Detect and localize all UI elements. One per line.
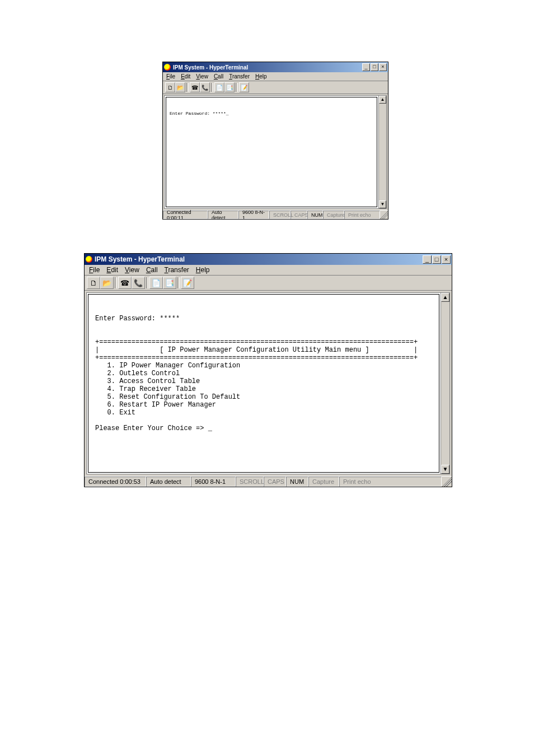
menu-view[interactable]: View	[196, 73, 208, 80]
toolbar-separator	[236, 83, 238, 92]
status-connected: Connected 0:00:11	[163, 211, 208, 219]
maximize-button[interactable]: □	[432, 255, 441, 264]
line: Enter Password: *****	[95, 315, 180, 323]
resize-grip-icon[interactable]	[380, 211, 388, 219]
status-caps: CAPS	[264, 477, 286, 487]
menu-transfer[interactable]: Transfer	[229, 73, 250, 80]
new-icon[interactable]: 🗋	[87, 277, 100, 289]
open-icon[interactable]: 📂	[175, 82, 185, 92]
menu-transfer[interactable]: Transfer	[165, 266, 189, 274]
client-area: Enter Password: *****_ ▲ ▼	[164, 95, 387, 209]
close-button[interactable]: ×	[442, 255, 451, 264]
menubar: File Edit View Call Transfer Help	[163, 72, 388, 81]
menu-help[interactable]: Help	[196, 266, 210, 274]
status-scroll: SCROLL	[236, 477, 264, 487]
toolbar-separator	[177, 277, 180, 288]
hangup-icon[interactable]: 📞	[132, 277, 145, 289]
statusbar: Connected 0:00:53 Auto detect 9600 8-N-1…	[85, 476, 452, 487]
toolbar: 🗋 📂 ☎ 📞 📄 📑 📝	[163, 81, 388, 94]
call-icon[interactable]: ☎	[190, 82, 200, 92]
toolbar-separator	[115, 277, 117, 288]
prompt: Please Enter Your Choice => _	[95, 424, 212, 432]
window-title: IPM System - HyperTerminal	[173, 64, 248, 71]
vertical-scrollbar[interactable]: ▲ ▼	[441, 293, 449, 474]
menu-file[interactable]: File	[166, 73, 175, 80]
toolbar: 🗋 📂 ☎ 📞 📄 📑 📝	[85, 276, 452, 291]
status-echo: Print echo	[344, 211, 380, 219]
window-controls: _ □ ×	[362, 63, 387, 71]
status-detect: Auto detect	[146, 477, 191, 487]
menubar: File Edit View Call Transfer Help	[85, 265, 452, 276]
line: +=======================================…	[95, 338, 418, 346]
status-capture: Capture	[323, 211, 344, 219]
menu-option-6: 6. Restart IP Power Manager	[95, 401, 216, 409]
app-icon	[86, 256, 92, 263]
hyperterminal-window-small: IPM System - HyperTerminal _ □ × File Ed…	[162, 62, 388, 220]
window-title: IPM System - HyperTerminal	[95, 255, 185, 263]
maximize-button[interactable]: □	[371, 63, 378, 71]
vertical-scrollbar[interactable]: ▲ ▼	[378, 96, 386, 208]
statusbar: Connected 0:00:11 Auto detect 9600 8-N-1…	[163, 210, 388, 219]
scroll-down-icon[interactable]: ▼	[379, 200, 386, 208]
send-icon[interactable]: 📄	[149, 277, 163, 289]
status-num: NUM	[307, 211, 323, 219]
new-icon[interactable]: 🗋	[165, 82, 175, 92]
menu-file[interactable]: File	[89, 266, 100, 274]
terminal-output[interactable]: Enter Password: *****_	[166, 97, 377, 207]
menu-call[interactable]: Call	[214, 73, 223, 80]
hyperterminal-window-large: IPM System - HyperTerminal _ □ × File Ed…	[84, 253, 452, 487]
menu-edit[interactable]: Edit	[106, 266, 118, 274]
toolbar-separator	[211, 83, 213, 92]
line: | [ IP Power Manager Configuration Utili…	[95, 346, 418, 354]
resize-grip-icon[interactable]	[442, 477, 452, 487]
status-connected: Connected 0:00:53	[85, 477, 146, 487]
menu-option-5: 5. Reset Configuration To Default	[95, 393, 240, 401]
menu-help[interactable]: Help	[255, 73, 267, 80]
titlebar[interactable]: IPM System - HyperTerminal _ □ ×	[85, 254, 452, 265]
minimize-button[interactable]: _	[362, 63, 370, 71]
status-echo: Print echo	[339, 477, 442, 487]
menu-view[interactable]: View	[125, 266, 139, 274]
client-area: Enter Password: ***** +=================…	[86, 292, 450, 474]
scroll-up-icon[interactable]: ▲	[441, 293, 449, 302]
toolbar-separator	[146, 277, 148, 288]
open-icon[interactable]: 📂	[100, 277, 114, 289]
menu-option-0: 0. Exit	[95, 409, 135, 417]
menu-edit[interactable]: Edit	[181, 73, 190, 80]
close-button[interactable]: ×	[379, 63, 387, 71]
status-num: NUM	[286, 477, 308, 487]
call-icon[interactable]: ☎	[118, 277, 132, 289]
terminal-output[interactable]: Enter Password: ***** +=================…	[88, 294, 439, 473]
receive-icon[interactable]: 📑	[163, 277, 176, 289]
app-icon	[164, 64, 171, 71]
line: +=======================================…	[95, 354, 418, 362]
minimize-button[interactable]: _	[423, 255, 432, 264]
scroll-up-icon[interactable]: ▲	[379, 96, 386, 104]
status-scroll: SCROLL	[269, 211, 291, 219]
titlebar[interactable]: IPM System - HyperTerminal _ □ ×	[163, 62, 388, 72]
menu-option-4: 4. Trap Receiver Table	[95, 385, 196, 393]
status-detect: Auto detect	[208, 211, 238, 219]
menu-option-3: 3. Access Control Table	[95, 377, 200, 385]
menu-call[interactable]: Call	[146, 266, 158, 274]
status-caps: CAPS	[291, 211, 307, 219]
window-controls: _ □ ×	[422, 255, 451, 264]
properties-icon[interactable]: 📝	[181, 277, 194, 289]
send-icon[interactable]: 📄	[214, 82, 224, 92]
scroll-down-icon[interactable]: ▼	[441, 465, 449, 474]
menu-option-1: 1. IP Power Manager Configuration	[95, 362, 240, 370]
receive-icon[interactable]: 📑	[224, 82, 235, 92]
status-capture: Capture	[308, 477, 339, 487]
menu-option-2: 2. Outlets Control	[95, 370, 180, 377]
status-baud: 9600 8-N-1	[238, 211, 269, 219]
status-baud: 9600 8-N-1	[191, 477, 236, 487]
properties-icon[interactable]: 📝	[239, 82, 249, 92]
toolbar-separator	[186, 83, 189, 92]
hangup-icon[interactable]: 📞	[200, 82, 210, 92]
